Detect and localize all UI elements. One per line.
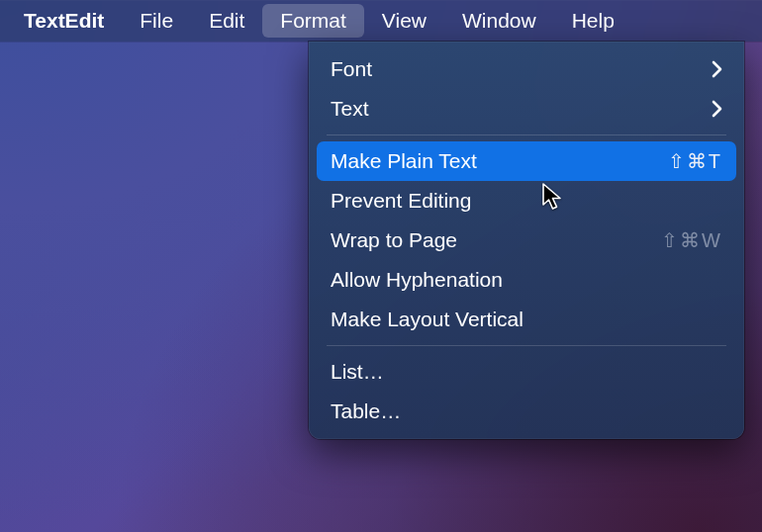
- chevron-right-icon: [712, 60, 722, 78]
- menu-item-shortcut: ⇧⌘T: [668, 149, 722, 173]
- menu-item-allow-hyphenation[interactable]: Allow Hyphenation: [317, 260, 736, 300]
- menu-item-label: Allow Hyphenation: [331, 268, 503, 292]
- format-menu-dropdown: Font Text Make Plain Text ⇧⌘T Prevent Ed…: [309, 42, 744, 439]
- menubar-item-edit[interactable]: Edit: [191, 4, 262, 38]
- menubar: TextEdit File Edit Format View Window He…: [0, 0, 762, 42]
- menu-item-label: Prevent Editing: [331, 189, 471, 213]
- menu-item-label: Make Layout Vertical: [331, 308, 524, 331]
- menu-item-label: Wrap to Page: [331, 228, 457, 252]
- menu-item-label: List…: [331, 360, 384, 384]
- chevron-right-icon: [712, 100, 722, 118]
- menubar-item-file[interactable]: File: [122, 4, 191, 38]
- menubar-app-name[interactable]: TextEdit: [6, 4, 122, 38]
- menubar-item-format[interactable]: Format: [262, 4, 364, 38]
- menu-item-label: Table…: [331, 399, 401, 423]
- menubar-item-window[interactable]: Window: [444, 4, 554, 38]
- menu-item-font[interactable]: Font: [317, 49, 736, 89]
- menu-item-table[interactable]: Table…: [317, 392, 736, 431]
- desktop: TextEdit File Edit Format View Window He…: [0, 0, 762, 532]
- menu-item-label: Make Plain Text: [331, 149, 477, 173]
- menu-item-prevent-editing[interactable]: Prevent Editing: [317, 181, 736, 221]
- menu-item-wrap-to-page[interactable]: Wrap to Page ⇧⌘W: [317, 221, 736, 260]
- menubar-item-help[interactable]: Help: [554, 4, 632, 38]
- menu-item-label: Font: [331, 57, 372, 81]
- menu-item-shortcut: ⇧⌘W: [661, 228, 722, 252]
- menu-item-make-plain-text[interactable]: Make Plain Text ⇧⌘T: [317, 141, 736, 181]
- menu-divider: [327, 345, 726, 346]
- menu-item-list[interactable]: List…: [317, 352, 736, 392]
- menu-divider: [327, 134, 726, 135]
- menu-item-label: Text: [331, 97, 369, 121]
- menubar-item-view[interactable]: View: [364, 4, 444, 38]
- menu-item-make-layout-vertical[interactable]: Make Layout Vertical: [317, 300, 736, 339]
- menu-item-text[interactable]: Text: [317, 89, 736, 129]
